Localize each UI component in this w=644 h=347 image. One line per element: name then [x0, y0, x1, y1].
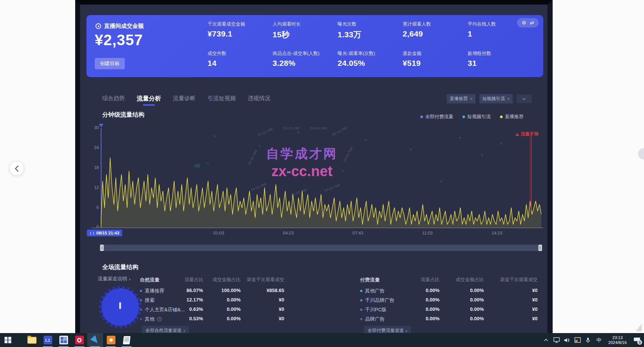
x-tick: 14:23	[492, 231, 503, 235]
chart-range-slider[interactable]	[101, 245, 541, 251]
orange-app-icon	[107, 336, 115, 344]
taskbar-app-grid[interactable]	[56, 333, 71, 347]
filter-tag-short-video[interactable]: 短视频引流 ×	[479, 94, 513, 103]
cell-gmv-share: 100.00%	[211, 288, 241, 293]
volume-tray-icon[interactable]	[562, 333, 571, 347]
cell-traffic-share: 0.53%	[177, 316, 203, 321]
axis-marker-pin	[99, 124, 103, 127]
legend-dot-paid	[420, 116, 423, 118]
filter-tag-live-recommend[interactable]: 直播推荐 ×	[447, 94, 476, 103]
chevron-right-icon: ›	[183, 328, 185, 333]
metric-cell: 千次观看成交金额¥739.1	[208, 21, 273, 46]
cell-traffic-share: 0.63%	[177, 306, 203, 312]
table-row-label[interactable]: 千川品牌广告	[360, 297, 394, 304]
snip-tray-icon[interactable]	[573, 333, 582, 347]
filter-dropdown[interactable]	[517, 94, 532, 103]
donut-inner-label	[119, 302, 121, 309]
tab-short-video[interactable]: 引流短视频	[208, 95, 236, 106]
legend-item-paid[interactable]: 全部付费流量	[420, 114, 453, 120]
ime-indicator[interactable]: 中	[594, 337, 604, 344]
action-center-button[interactable]: 3	[631, 333, 642, 347]
legend-item-short-video[interactable]: 短视频引流	[462, 114, 491, 120]
chevron-right-icon: ›	[406, 328, 407, 333]
taskbar-app-pointer-active[interactable]	[87, 333, 103, 347]
microphone-icon	[586, 337, 590, 343]
back-nav-button[interactable]	[10, 161, 24, 175]
taskbar-app-orange[interactable]	[103, 333, 119, 347]
create-goal-button[interactable]: 创建目标	[95, 58, 125, 69]
file-explorer-button[interactable]	[24, 333, 40, 347]
table-row-label[interactable]: 其他广告	[360, 288, 385, 294]
tab-traffic-analysis[interactable]: 流量分析	[137, 95, 161, 106]
x-axis-start-badge[interactable]: ⋮⋮ 08/15 21:43	[87, 230, 122, 236]
cell-gmv-share: 0.00%	[211, 316, 241, 321]
tab-overall-trend[interactable]: 综合趋势	[102, 95, 125, 106]
tab-violations[interactable]: 违规情况	[248, 95, 270, 106]
channel-explain-link[interactable]: 流量渠道说明›	[98, 275, 130, 282]
cell-traffic-share: 0.00%	[413, 297, 439, 303]
system-tray: 中 23:13 2024/8/16 3	[541, 333, 642, 347]
row-dot	[140, 290, 142, 292]
col-header: 渠道千次观看成交	[494, 277, 538, 283]
cell-gpm: ¥0	[247, 316, 284, 321]
kpi-title-label: 直播间成交金额	[104, 23, 144, 30]
notification-badge: 3	[637, 340, 642, 345]
slider-handle-right[interactable]	[538, 245, 542, 251]
remove-tag-icon[interactable]: ×	[470, 96, 473, 102]
slider-track[interactable]	[104, 245, 538, 251]
taskbar-app-notepad[interactable]	[119, 333, 135, 347]
table-row-label[interactable]: 品牌广告	[360, 316, 385, 323]
col-header: 渠道千次观看成交	[241, 277, 284, 283]
table-row-label[interactable]: 其他?	[140, 316, 162, 323]
mic-tray-icon[interactable]	[583, 333, 592, 347]
swap-icon[interactable]: ⇄	[530, 20, 534, 26]
x-tick: 01:03	[214, 231, 224, 235]
folder-icon	[27, 337, 36, 344]
tab-traffic-diagnosis[interactable]: 流量诊断	[173, 95, 195, 106]
metric-cell: 人均观看时长15秒	[273, 21, 338, 46]
table-row-label[interactable]: 直播推荐	[140, 288, 164, 294]
cell-gpm: ¥0	[500, 288, 538, 293]
clock[interactable]: 23:13 2024/8/16	[605, 335, 630, 345]
legend-item-live-recommend[interactable]: 直播推荐	[500, 114, 524, 120]
traffic-donut-chart	[98, 285, 142, 329]
video-artifacts	[195, 132, 502, 182]
cell-gmv-share: 0.00%	[454, 288, 484, 293]
dashboard-window: 直播间成交金额 ¥2,357 创建目标 千次观看成交金额¥739.1 人均观看时…	[75, 0, 553, 333]
right-scroll-hint[interactable]	[638, 148, 644, 160]
cell-traffic-share: 0.00%	[413, 288, 439, 293]
cell-gpm: ¥0	[500, 316, 538, 321]
col-header: 流量占比	[415, 277, 439, 283]
red-ring-app-icon	[75, 336, 84, 344]
taskbar-app-l1[interactable]: L1	[40, 333, 56, 347]
cell-gmv-share: 0.00%	[211, 297, 241, 303]
row-dot	[140, 309, 142, 311]
drag-grip-icon: ⋮⋮	[89, 231, 95, 235]
row-dot	[140, 318, 142, 320]
cell-gpm: ¥0	[247, 297, 284, 303]
cell-gmv-share: 0.00%	[454, 316, 484, 321]
metric-cell: 曝光次数1.33万	[338, 21, 403, 46]
remove-tag-icon[interactable]: ×	[507, 96, 510, 102]
cell-traffic-share: 0.00%	[413, 306, 439, 312]
taskbar-app-red-o[interactable]	[71, 333, 87, 347]
legend-dot-live-recommend	[500, 116, 503, 118]
image-icon	[574, 337, 581, 343]
tray-time: 23:13	[608, 335, 627, 340]
table-row-label[interactable]: 搜索	[140, 297, 155, 304]
slider-handle-left[interactable]	[100, 245, 104, 251]
kpi-main-value: ¥2,357	[95, 32, 143, 49]
gear-icon[interactable]: ⚙	[522, 20, 526, 26]
minute-traffic-chart	[101, 128, 541, 228]
info-icon[interactable]: ?	[157, 317, 162, 321]
card-tools: ⚙ ⇄	[517, 18, 539, 27]
tray-expand-button[interactable]	[541, 333, 550, 347]
kpi-card-title: 直播间成交金额	[95, 23, 144, 30]
start-button[interactable]	[0, 333, 16, 347]
table-row-label[interactable]: 千川PC版	[360, 306, 386, 313]
display-tray-icon[interactable]	[552, 333, 561, 347]
y-tick: 18	[91, 165, 99, 170]
metric-cell: 新增粉丝数31	[468, 50, 533, 75]
cell-gmv-share: 0.00%	[454, 297, 484, 303]
chevron-left-icon	[15, 165, 19, 172]
